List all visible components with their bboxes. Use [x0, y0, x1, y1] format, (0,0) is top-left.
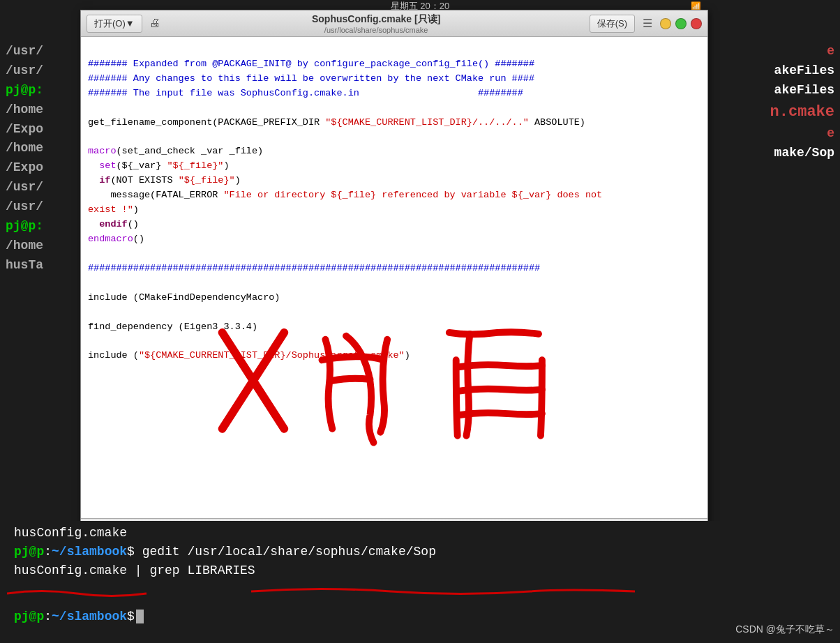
save-button[interactable]: 保存(S)	[590, 15, 635, 33]
titlebar-right: 保存(S) ☰	[590, 15, 702, 33]
titlebar-center: SophusConfig.cmake [只读] /usr/local/share…	[163, 13, 590, 34]
menu-icon[interactable]: ☰	[639, 15, 656, 32]
terminal-text-1: husConfig.cmake	[14, 526, 127, 540]
underline-annotation	[7, 583, 635, 611]
window-title: SophusConfig.cmake [只读]	[163, 13, 590, 26]
terminal-cmd-1: $ gedit /usr/local/share/sophus/cmake/So…	[127, 545, 436, 559]
terminal-text-3: husConfig.cmake | grep LIBRARIES	[14, 563, 255, 577]
minimize-button[interactable]	[660, 18, 671, 29]
maximize-button[interactable]	[675, 18, 687, 29]
terminal-line-2: pj@p:~/slambook$ gedit /usr/local/share/…	[7, 543, 833, 561]
terminal-bottom-lines: husConfig.cmake pj@p:~/slambook$ gedit /…	[0, 521, 840, 626]
terminal-path-1: ~/slambook	[52, 545, 127, 559]
csdn-watermark: CSDN @兔子不吃草～	[735, 623, 834, 636]
titlebar-left: 打开(O)▼ 🖨	[87, 15, 163, 33]
open-button[interactable]: 打开(O)▼	[87, 15, 142, 33]
terminal-bottom: husConfig.cmake pj@p:~/slambook$ gedit /…	[0, 521, 840, 643]
gedit-titlebar: 打开(O)▼ 🖨 SophusConfig.cmake [只读] /usr/lo…	[81, 10, 707, 37]
window-subtitle: /usr/local/share/sophus/cmake	[163, 26, 590, 34]
terminal-line-1: husConfig.cmake	[7, 524, 833, 543]
terminal-line-3: husConfig.cmake | grep LIBRARIES	[7, 561, 833, 580]
terminal-prompt-1: pj@p	[14, 545, 44, 559]
close-button[interactable]	[691, 18, 702, 29]
code-area: ####### Expanded from @PACKAGE_INIT@ by …	[81, 37, 707, 518]
print-icon[interactable]: 🖨	[147, 15, 163, 32]
terminal-annotation-area	[7, 583, 833, 614]
code-editor[interactable]: ####### Expanded from @PACKAGE_INIT@ by …	[81, 37, 707, 518]
gedit-window: 打开(O)▼ 🖨 SophusConfig.cmake [只读] /usr/lo…	[80, 10, 708, 540]
